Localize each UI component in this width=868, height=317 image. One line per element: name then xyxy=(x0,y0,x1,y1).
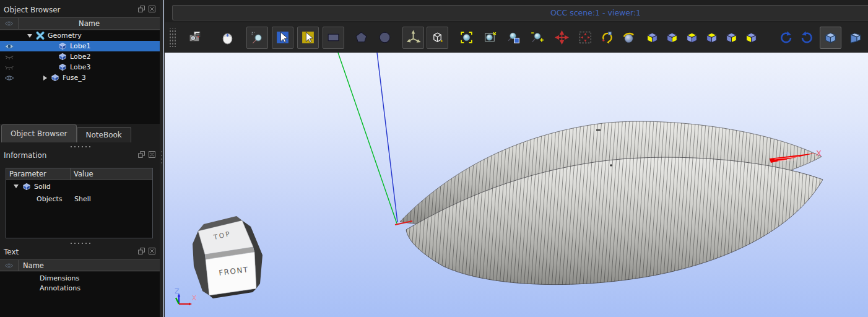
dump-view-icon xyxy=(188,30,203,45)
front-view-button[interactable] xyxy=(643,28,661,48)
zoom-cursor-button[interactable] xyxy=(246,27,268,49)
name-column-header[interactable]: Name xyxy=(19,19,160,28)
back-view-button[interactable] xyxy=(662,28,681,48)
expand-icon[interactable] xyxy=(43,76,47,80)
toolbar-grip[interactable] xyxy=(168,28,176,47)
visibility-toggle[interactable] xyxy=(0,74,19,82)
zoom-cursor-icon xyxy=(250,30,265,45)
tree-item-label[interactable]: Lobe1 xyxy=(70,42,90,50)
solid-box-icon xyxy=(50,73,60,82)
object-browser-title-label: Object Browser xyxy=(4,6,61,14)
mouse-binding-icon xyxy=(220,30,235,45)
fit-area-icon xyxy=(482,30,498,45)
fit-selection-button[interactable] xyxy=(504,28,523,48)
panning-button[interactable] xyxy=(552,28,571,48)
rotation-icon xyxy=(621,30,636,45)
graduated-axes-button[interactable] xyxy=(427,27,448,49)
rotate-clockwise-button[interactable] xyxy=(797,28,816,48)
float-panel-icon[interactable] xyxy=(137,150,145,158)
global-panning-button[interactable] xyxy=(576,28,594,48)
polygon-selection-button[interactable] xyxy=(352,28,370,48)
mouse-binding-button[interactable] xyxy=(218,28,237,48)
float-panel-icon[interactable] xyxy=(137,247,145,255)
occ-viewport[interactable]: X TOP FRONT Z X xyxy=(165,53,868,317)
tree-item-fuse3[interactable]: Fuse_3 xyxy=(0,72,160,83)
name-column-header[interactable]: Name xyxy=(19,261,44,270)
nav-cube[interactable]: TOP FRONT xyxy=(193,216,263,298)
visibility-toggle[interactable] xyxy=(0,64,19,71)
orthographic-projection-button[interactable] xyxy=(820,27,841,49)
axis-x-label: X xyxy=(816,149,822,158)
tree-item-label[interactable]: Dimensions xyxy=(40,274,79,282)
tree-item-label[interactable]: Geometry xyxy=(48,32,82,40)
zoom-button[interactable] xyxy=(527,28,546,48)
tree-item-label[interactable]: Annotations xyxy=(40,284,80,292)
splitter-handle[interactable] xyxy=(69,145,90,148)
information-row-solid[interactable]: Solid xyxy=(6,180,152,193)
dump-view-button[interactable] xyxy=(186,28,204,48)
tree-item-label[interactable]: Lobe3 xyxy=(70,63,90,71)
highlight-selection-button[interactable] xyxy=(297,27,319,49)
text-title-label: Text xyxy=(4,248,19,256)
eye-closed-icon xyxy=(4,53,14,61)
parameter-column-header[interactable]: Parameter xyxy=(6,168,71,180)
information-row-objects[interactable]: Objects Shell xyxy=(6,193,152,205)
tree-item-label[interactable]: Lobe2 xyxy=(70,53,90,61)
perspective-projection-icon xyxy=(848,30,864,45)
tab-notebook[interactable]: NoteBook xyxy=(77,127,131,142)
tree-item-annotations[interactable]: Annotations xyxy=(0,283,160,293)
eye-column-header[interactable] xyxy=(0,260,19,271)
dock-splitter[interactable] xyxy=(160,0,165,317)
close-panel-icon[interactable] xyxy=(148,247,156,255)
information-panel-title: Information xyxy=(0,149,160,162)
tree-item-lobe3[interactable]: Lobe3 xyxy=(0,62,160,72)
visibility-toggle[interactable] xyxy=(0,43,19,50)
show-trihedron-button[interactable] xyxy=(402,27,424,49)
tree-item-label[interactable]: Fuse_3 xyxy=(63,74,86,82)
splitter-grip xyxy=(161,150,163,166)
tree-item-dimensions[interactable]: Dimensions xyxy=(0,273,160,283)
value-column-header[interactable]: Value xyxy=(71,170,93,178)
parameter-cell: Objects xyxy=(37,195,63,203)
close-panel-icon[interactable] xyxy=(148,5,156,13)
tab-object-browser[interactable]: Object Browser xyxy=(1,124,77,142)
text-panel-title: Text xyxy=(0,246,160,258)
mini-trihedron: Z X xyxy=(175,287,197,305)
right-view-button[interactable] xyxy=(742,28,760,48)
perspective-projection-button[interactable] xyxy=(846,28,865,48)
graduated-axes-icon xyxy=(430,30,445,45)
top-view-button[interactable] xyxy=(682,28,701,48)
fit-area-button[interactable] xyxy=(480,28,499,48)
visibility-toggle[interactable] xyxy=(0,53,19,61)
circle-selection-icon xyxy=(377,30,393,45)
tree-item-lobe1[interactable]: Lobe1 xyxy=(0,41,160,51)
viewer-titlebar[interactable]: OCC scene:1 - viewer:1 xyxy=(172,5,868,20)
bottom-view-icon xyxy=(704,30,719,45)
left-view-icon xyxy=(724,30,739,45)
collapse-icon[interactable] xyxy=(14,185,19,188)
rectangle-selection-button[interactable] xyxy=(323,27,344,49)
eye-column-header[interactable] xyxy=(0,18,19,29)
float-panel-icon[interactable] xyxy=(137,5,145,13)
bottom-view-button[interactable] xyxy=(702,28,721,48)
circle-selection-button[interactable] xyxy=(375,28,394,48)
viewer-toolbar xyxy=(165,22,868,53)
information-table: Parameter Value Solid Objects Shell xyxy=(6,168,153,238)
rotate-counterclockwise-button[interactable] xyxy=(776,28,795,48)
rotate-clockwise-icon xyxy=(799,30,815,45)
change-rotation-point-button[interactable] xyxy=(597,28,615,48)
text-tree: Dimensions Annotations xyxy=(0,272,160,317)
tree-item-geometry[interactable]: Geometry xyxy=(0,30,160,41)
fit-all-button[interactable] xyxy=(457,28,475,48)
collapse-icon[interactable] xyxy=(27,34,32,38)
rotation-button[interactable] xyxy=(619,28,638,48)
standard-selection-button[interactable] xyxy=(272,27,293,49)
left-view-button[interactable] xyxy=(722,28,740,48)
close-panel-icon[interactable] xyxy=(148,150,156,158)
splitter-handle[interactable] xyxy=(69,242,90,245)
back-view-icon xyxy=(664,30,680,45)
panning-icon xyxy=(554,30,570,45)
solid-box-icon xyxy=(22,182,32,191)
standard-selection-icon xyxy=(275,30,290,45)
tree-item-lobe2[interactable]: Lobe2 xyxy=(0,51,160,62)
